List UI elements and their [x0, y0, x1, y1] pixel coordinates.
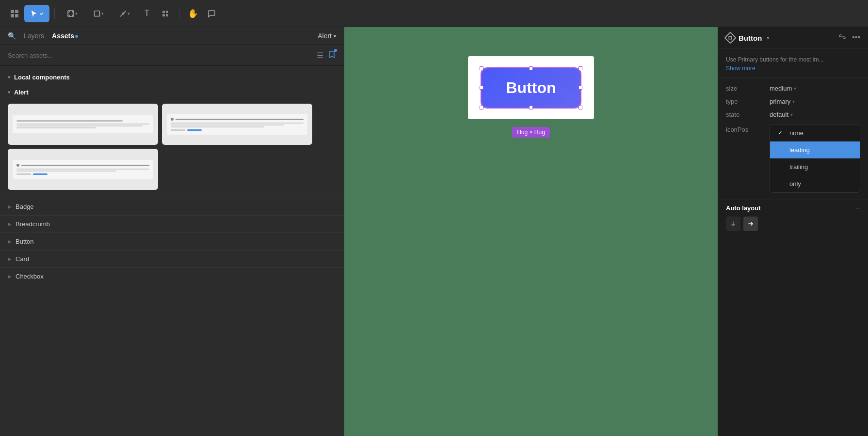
breadcrumb-section[interactable]: ▶ Breadcrumb [0, 215, 344, 233]
selection-handle-tm[interactable] [529, 66, 533, 70]
alert-section-header[interactable]: ▾ Alert [0, 85, 344, 100]
layers-tab[interactable]: Layers [24, 32, 44, 40]
bookmark-icon[interactable] [327, 50, 336, 61]
assets-dot [75, 35, 78, 38]
component-chevron-icon[interactable]: ▾ [767, 35, 770, 41]
search-input[interactable] [8, 52, 313, 59]
badge-section[interactable]: ▶ Badge [0, 198, 344, 215]
alert-variant-3[interactable] [8, 149, 158, 190]
chevron-right-icon: ▶ [8, 221, 12, 227]
state-prop-row: state default ▾ [718, 108, 868, 121]
comment-tool-button[interactable] [203, 5, 220, 22]
chevron-right-icon: ▶ [8, 256, 12, 262]
search-icon: 🔍 [8, 32, 16, 40]
chevron-down-icon: ▾ [8, 90, 10, 95]
selection-handle-tl[interactable] [480, 66, 483, 70]
svg-rect-16 [166, 11, 168, 13]
button-frame[interactable]: Button Hug × Hug [468, 56, 594, 138]
button-section[interactable]: ▶ Button [0, 233, 344, 250]
show-more-link[interactable]: Show more [726, 65, 860, 72]
frame-tool-button[interactable]: ▾ [60, 5, 85, 22]
iconpos-leading-option[interactable]: leading [770, 141, 860, 158]
components-list: ▾ Local components ▾ Alert [0, 66, 344, 436]
selection-handle-bl[interactable] [480, 106, 483, 109]
right-header-actions: ••• [838, 33, 860, 43]
size-value[interactable]: medium ▾ [770, 85, 796, 92]
right-panel: Button ▾ ••• Use Primary buttons for the… [718, 27, 868, 436]
select-tool-button[interactable] [24, 5, 49, 22]
text-tool-button[interactable]: T [138, 5, 156, 22]
selection-handle-tr[interactable] [579, 66, 582, 70]
svg-rect-18 [166, 14, 168, 16]
pen-tool-button[interactable]: ▾ [112, 5, 137, 22]
iconpos-prop-row: iconPos ✓ none leading [718, 121, 868, 196]
local-components-header[interactable]: ▾ Local components [0, 70, 344, 85]
button-text: Button [506, 79, 556, 96]
selection-handle-br[interactable] [579, 106, 582, 109]
type-prop-row: type primary ▾ [718, 95, 868, 108]
size-label: size [726, 85, 770, 92]
card-section[interactable]: ▶ Card [0, 250, 344, 267]
checkbox-section[interactable]: ▶ Checkbox [0, 267, 344, 285]
list-view-icon[interactable]: ☰ [317, 51, 323, 60]
type-label: type [726, 98, 770, 105]
hand-tool-button[interactable]: ✋ [184, 5, 202, 22]
alert-dropdown[interactable]: Alert ▾ [318, 32, 336, 40]
auto-layout-section: Auto layout − [718, 200, 868, 235]
component-tool-button[interactable] [157, 5, 174, 22]
chevron-down-icon: ▾ [334, 33, 336, 39]
toolbar-logo-group [6, 5, 49, 22]
component-icon [724, 31, 736, 44]
iconpos-trailing-option[interactable]: trailing [770, 158, 860, 175]
auto-layout-header: Auto layout − [726, 204, 860, 213]
button-component[interactable]: Button [482, 68, 580, 108]
auto-layout-title: Auto layout [726, 204, 761, 212]
chevron-right-icon: ▶ [8, 204, 12, 209]
state-chevron-icon: ▾ [790, 112, 793, 117]
svg-rect-4 [68, 11, 74, 16]
svg-rect-1 [15, 10, 18, 13]
toolbar-sep-1 [54, 8, 55, 19]
toolbar-extra-group: ✋ [184, 5, 220, 22]
selection-handle-bm[interactable] [529, 106, 533, 109]
iconpos-none-option[interactable]: ✓ none [770, 125, 860, 141]
iconpos-dropdown: ✓ none leading trailing [770, 124, 860, 193]
main-content: 🔍 Layers Assets Alert ▾ ☰ [0, 27, 868, 436]
hug-label: Hug × Hug [512, 127, 550, 138]
state-value[interactable]: default ▾ [770, 111, 793, 118]
selection-handle-ml[interactable] [480, 86, 483, 90]
state-label: state [726, 111, 770, 118]
chevron-right-icon: ▶ [8, 239, 12, 244]
svg-rect-13 [95, 11, 100, 16]
detach-icon[interactable] [838, 33, 846, 43]
search-bar: ☰ [0, 45, 344, 66]
component-name: Button [739, 34, 762, 42]
toolbar: ▾ ▾ ▾ T [0, 0, 868, 27]
shape-tool-button[interactable]: ▾ [86, 5, 111, 22]
toolbar-tools-group: ▾ ▾ ▾ T [60, 5, 174, 22]
left-panel: 🔍 Layers Assets Alert ▾ ☰ [0, 27, 344, 436]
auto-layout-minus-button[interactable]: − [856, 204, 860, 213]
layout-down-button[interactable] [726, 217, 740, 231]
canvas[interactable]: Button Hug × Hug [344, 27, 718, 436]
iconpos-only-option[interactable]: only [770, 175, 860, 192]
layout-right-button[interactable] [743, 217, 758, 231]
chevron-down-icon: ▾ [8, 75, 10, 80]
alert-variant-2[interactable] [162, 104, 312, 145]
toolbar-sep-2 [179, 8, 179, 19]
canvas-content: Button Hug × Hug [468, 56, 594, 138]
logo-button[interactable] [6, 5, 23, 22]
assets-tab[interactable]: Assets [52, 32, 78, 40]
size-chevron-icon: ▾ [794, 86, 796, 91]
alert-variant-1[interactable] [8, 104, 158, 145]
alert-variant-3-container [8, 149, 336, 190]
description-text: Use Primary buttons for the most im... [726, 56, 823, 63]
panel-header: 🔍 Layers Assets Alert ▾ [0, 27, 344, 45]
iconpos-label: iconPos [726, 124, 770, 133]
search-bar-icons: ☰ [317, 50, 336, 61]
type-value[interactable]: primary ▾ [770, 98, 795, 105]
size-prop-row: size medium ▾ [718, 82, 868, 95]
more-options-icon[interactable]: ••• [852, 33, 860, 43]
selection-handle-mr[interactable] [579, 86, 582, 90]
right-panel-header: Button ▾ ••• [718, 27, 868, 49]
